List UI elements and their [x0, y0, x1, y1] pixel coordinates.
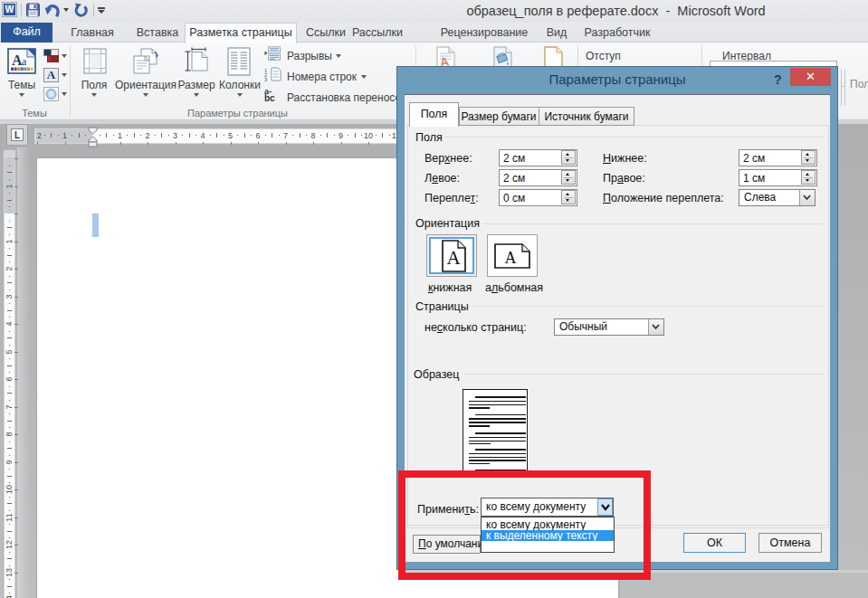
svg-text:3: 3 [264, 77, 267, 82]
svg-text:A: A [447, 247, 462, 269]
svg-text:a: a [22, 55, 27, 68]
svg-text:A: A [505, 249, 517, 267]
